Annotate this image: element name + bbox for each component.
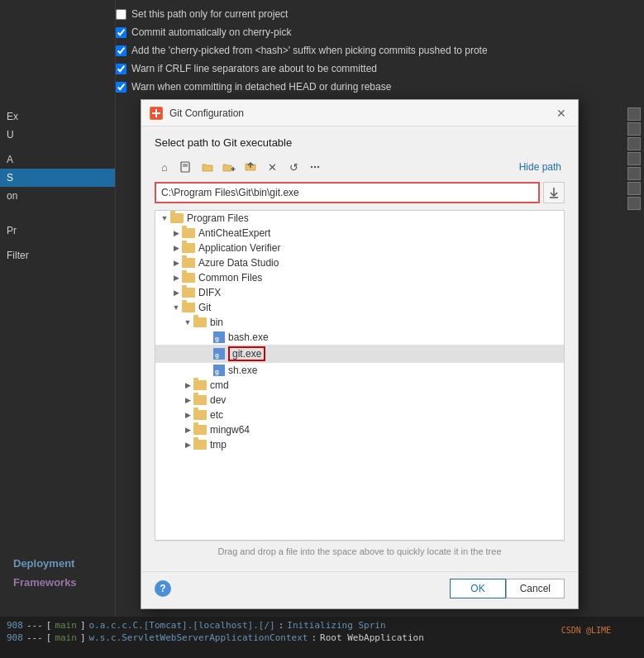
tree-node-gitexe[interactable]: g git.exe	[155, 345, 564, 363]
checkbox-0[interactable]	[116, 9, 126, 20]
checkbox-item-4[interactable]: Warn when committing in detached HEAD or…	[116, 79, 644, 94]
tree-node-anticheat[interactable]: ▶ AntiCheatExpert	[155, 226, 564, 241]
expand-azure[interactable]: ▶	[170, 257, 182, 269]
cancel-button[interactable]: Cancel	[506, 579, 565, 598]
path-input[interactable]	[155, 182, 540, 203]
log-colon-1: :	[311, 632, 317, 643]
tree-label-bash: bash.exe	[228, 331, 269, 343]
dialog-close-button[interactable]: ✕	[553, 105, 570, 122]
expand-anticheat[interactable]: ▶	[170, 227, 182, 239]
tree-node-commonfiles[interactable]: ▶ Common Files	[155, 270, 564, 285]
tree-node-difx[interactable]: ▶ DIFX	[155, 285, 564, 300]
checkbox-item-1[interactable]: Commit automatically on cherry-pick	[116, 25, 644, 40]
expand-cmd[interactable]: ▶	[182, 379, 193, 391]
left-item-on[interactable]: on	[0, 187, 115, 205]
ok-button[interactable]: OK	[450, 579, 505, 598]
right-icon-1	[627, 107, 641, 121]
folder-icon-azure	[182, 258, 195, 268]
tree-node-bash[interactable]: g bash.exe	[155, 330, 564, 345]
svg-point-8	[311, 166, 312, 168]
checkbox-label-2: Add the 'cherry-picked from <hash>' suff…	[131, 45, 488, 56]
log-bracket-open-0: [	[46, 620, 52, 631]
right-icon-2	[627, 122, 641, 136]
svg-rect-2	[181, 162, 189, 172]
right-icon-7	[627, 197, 641, 210]
toolbar-more-btn[interactable]	[305, 157, 325, 177]
tree-node-shexe[interactable]: g sh.exe	[155, 363, 564, 378]
checkbox-label-4: Warn when committing in detached HEAD or…	[131, 81, 391, 93]
log-text-1: Root WebApplication	[320, 632, 424, 643]
left-item-pr[interactable]: Pr	[0, 222, 115, 240]
log-line-1: 908 --- [ main ] w.s.c.ServletWebServerA…	[7, 632, 637, 643]
checkbox-label-0: Set this path only for current project	[131, 8, 288, 20]
toolbar-new-btn[interactable]	[176, 157, 196, 177]
expand-bin[interactable]: ▼	[182, 317, 193, 328]
log-text-0: Initializing Sprin	[287, 620, 385, 631]
expand-difx[interactable]: ▶	[170, 287, 182, 298]
left-item-s[interactable]: S	[0, 169, 115, 187]
checkbox-item-3[interactable]: Warn if CRLF line separators are about t…	[116, 61, 644, 76]
tree-node-etc[interactable]: ▶ etc	[155, 408, 564, 422]
log-line-0: 908 --- [ main ] o.a.c.c.C.[Tomcat].[loc…	[7, 620, 637, 631]
tree-node-appverifier[interactable]: ▶ Application Verifier	[155, 241, 564, 255]
checkbox-label-3: Warn if CRLF line separators are about t…	[131, 63, 377, 74]
expand-commonfiles[interactable]: ▶	[170, 272, 182, 284]
tree-node-azure[interactable]: ▶ Azure Data Studio	[155, 255, 564, 270]
toolbar-new-folder-btn[interactable]	[219, 157, 239, 177]
left-item-ex[interactable]: Ex	[0, 107, 115, 126]
expand-git[interactable]: ▼	[170, 302, 182, 313]
tree-label-bin: bin	[210, 317, 223, 328]
log-num-0: 908	[7, 620, 23, 631]
svg-text:g: g	[215, 368, 219, 375]
folder-icon-etc	[193, 410, 207, 420]
left-item-u[interactable]: U	[0, 126, 115, 144]
tree-node-tmp[interactable]: ▶ tmp	[155, 437, 564, 452]
tree-label-shexe: sh.exe	[228, 365, 257, 376]
toolbar-delete-btn[interactable]: ✕	[262, 157, 282, 177]
toolbar-home-btn[interactable]: ⌂	[155, 157, 174, 177]
folder-icon-difx	[182, 288, 195, 298]
folder-icon-cmd	[193, 380, 207, 390]
tree-label-dev: dev	[210, 394, 226, 406]
log-sep-1: ---	[26, 632, 43, 643]
checkbox-2[interactable]	[116, 45, 126, 56]
help-icon-button[interactable]: ?	[155, 580, 171, 597]
frameworks-label: Frameworks	[7, 573, 83, 592]
log-sep-0: ---	[26, 620, 43, 631]
expand-gitexe	[202, 348, 213, 360]
dialog-title-text: Git Configuration	[169, 107, 553, 119]
svg-point-1	[155, 112, 158, 114]
checkbox-4[interactable]	[116, 82, 126, 93]
expand-etc[interactable]: ▶	[182, 409, 193, 421]
tree-node-mingw64[interactable]: ▶ mingw64	[155, 422, 564, 437]
hide-path-button[interactable]: Hide path	[516, 160, 565, 174]
expand-dev[interactable]: ▶	[182, 394, 193, 406]
file-tree[interactable]: ▼ Program Files ▶ AntiCheatExpert ▶ Appl…	[155, 210, 565, 541]
path-download-button[interactable]	[543, 182, 565, 203]
left-panel: Ex U A S on Pr Filter Deployment Framewo…	[0, 0, 116, 658]
left-item-a[interactable]: A	[0, 150, 115, 169]
tree-label-appverifier: Application Verifier	[198, 242, 280, 254]
checkbox-item-2[interactable]: Add the 'cherry-picked from <hash>' suff…	[116, 43, 644, 58]
log-num-1: 908	[7, 632, 23, 643]
tree-node-dev[interactable]: ▶ dev	[155, 393, 564, 408]
expand-appverifier[interactable]: ▶	[170, 242, 182, 254]
tree-node-programfiles[interactable]: ▼ Program Files	[155, 211, 564, 226]
folder-icon-bin	[193, 317, 207, 327]
tree-node-bin[interactable]: ▼ bin	[155, 315, 564, 330]
log-thread-0: main	[55, 620, 77, 631]
checkbox-3[interactable]	[116, 64, 126, 74]
expand-mingw64[interactable]: ▶	[182, 424, 193, 436]
tree-node-git[interactable]: ▼ Git	[155, 300, 564, 315]
checkbox-item-0[interactable]: Set this path only for current project	[116, 7, 644, 21]
right-icon-5	[627, 167, 641, 180]
tree-node-cmd[interactable]: ▶ cmd	[155, 378, 564, 393]
toolbar-refresh-btn[interactable]: ↺	[284, 157, 303, 177]
toolbar-up-btn[interactable]	[241, 157, 260, 177]
expand-programfiles[interactable]: ▼	[159, 212, 170, 224]
tree-label-difx: DIFX	[198, 287, 221, 298]
checkbox-1[interactable]	[116, 27, 126, 38]
toolbar-folder-btn[interactable]	[198, 157, 217, 177]
folder-icon-anticheat	[182, 228, 195, 238]
expand-tmp[interactable]: ▶	[182, 439, 193, 451]
